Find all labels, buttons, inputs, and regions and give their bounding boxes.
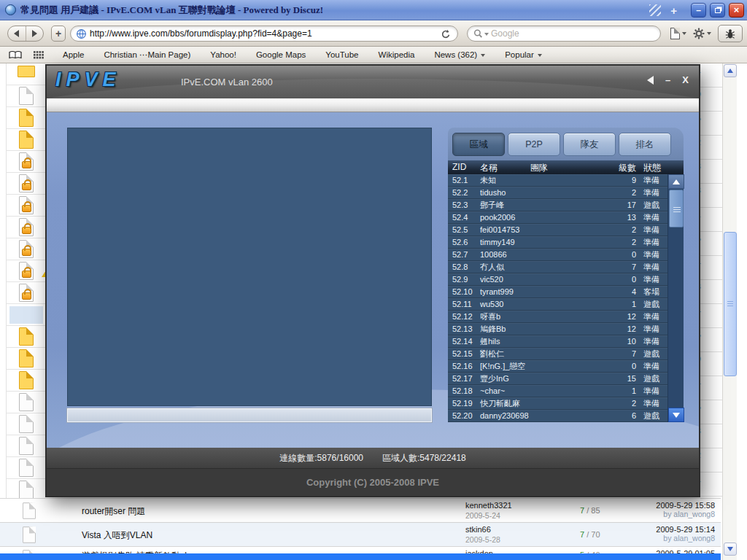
bookmark-dropdown-arrow-icon <box>538 54 542 59</box>
zone-row[interactable]: 52.1 未知 9 準備 <box>448 174 667 187</box>
bookmark-item[interactable]: Google Maps <box>256 50 306 59</box>
bookmark-item[interactable]: YouTube <box>325 50 358 59</box>
restore-button[interactable] <box>710 3 725 18</box>
zone-row[interactable]: 52.6 timmy149 2 準備 <box>448 236 667 249</box>
lastpost-author[interactable]: by alan_wong8 <box>656 534 715 542</box>
bookmark-label: Christian ⋯Main Page) <box>104 50 190 60</box>
search-bar[interactable] <box>467 26 661 42</box>
zone-row[interactable]: 52.14 翹hils 10 準備 <box>448 335 667 348</box>
zone-row[interactable]: 52.9 vic520 0 準備 <box>448 273 667 286</box>
zone-row[interactable]: 52.12 呀喜b 12 準備 <box>448 311 667 323</box>
vlan-back-icon[interactable] <box>647 76 654 85</box>
zone-scrollbar-thumb[interactable] <box>669 190 684 228</box>
restore-icon <box>715 8 721 13</box>
topic-icon <box>19 459 34 477</box>
zone-row[interactable]: 52.15 劉松仁 7 遊戲 <box>448 348 667 360</box>
zone-level: 15 <box>601 373 636 385</box>
reload-icon[interactable] <box>441 29 451 39</box>
vlan-tab[interactable]: 排名 <box>619 133 671 156</box>
zone-level: 0 <box>601 273 636 286</box>
bookmarks-book-icon[interactable] <box>9 50 22 60</box>
zone-row[interactable]: 52.2 tidusho 2 準備 <box>448 187 667 199</box>
forward-button[interactable] <box>26 26 44 41</box>
zone-player-name: [K!nG.]_戀空 <box>480 360 597 373</box>
resize-grip-icon <box>649 4 661 16</box>
globe-icon <box>76 28 87 39</box>
settings-menu-button[interactable] <box>693 28 711 39</box>
vlan-content: 區域 P2P 隊友 排名 ZID 名稱 團隊 級數 狀態 <box>47 112 699 448</box>
zone-scroll-down-button[interactable] <box>668 408 684 422</box>
map-horizontal-scrollbar[interactable] <box>67 408 432 422</box>
topsites-grid-icon[interactable] <box>34 51 44 59</box>
zone-row[interactable]: 52.18 ~char~ 1 準備 <box>448 385 667 397</box>
report-bug-button[interactable] <box>718 25 743 42</box>
zone-row[interactable]: 52.4 pook2006 13 準備 <box>448 211 667 224</box>
vlan-tab-label: P2P <box>525 139 543 149</box>
zone-player-name: 呀喜b <box>480 311 597 323</box>
scroll-down-button[interactable] <box>724 542 737 556</box>
arrow-down-icon <box>727 547 733 551</box>
bookmark-label: News (362) <box>434 50 477 59</box>
browser-toolbar: + <box>0 20 747 47</box>
vlan-status-bar: 連線數量:5876/16000 區域人數:5478/22418 <box>47 448 699 468</box>
zone-row[interactable]: 52.13 鳩鋒Bb 12 準備 <box>448 323 667 335</box>
replies-count: 7 <box>580 506 584 515</box>
zone-row[interactable]: 52.11 wu530 1 遊戲 <box>448 298 667 311</box>
scrollbar-thumb[interactable] <box>724 232 737 376</box>
vlan-titlebar[interactable]: IPVE IPvE.COM vLan 2600 <box>47 66 699 98</box>
bookmark-label: Wikipedia <box>379 50 415 59</box>
address-bar[interactable] <box>70 26 458 42</box>
thread-title[interactable]: Vista 入唔到VLAN <box>82 529 152 542</box>
close-button[interactable]: × <box>729 3 744 18</box>
bookmarks-bar: Apple Christian ⋯Main Page) Yahoo! Googl… <box>0 47 747 63</box>
zone-status: 客場 <box>643 286 659 298</box>
thread-title[interactable]: router開ser 問題 <box>82 505 145 518</box>
new-window-plus-icon[interactable]: + <box>670 4 677 17</box>
vlan-minimize-button[interactable]: – <box>665 75 670 85</box>
bookmark-item[interactable]: Wikipedia <box>379 50 415 59</box>
zone-row[interactable]: 52.7 100866 0 準備 <box>448 249 667 261</box>
vlan-tab[interactable]: 區域 <box>452 133 505 156</box>
topic-icon <box>19 109 34 127</box>
topic-page-icon <box>23 526 36 543</box>
bookmark-item[interactable]: News (362) <box>434 50 485 59</box>
zone-row[interactable]: 52.20 danny230698 6 遊戲 <box>448 410 667 422</box>
bookmark-item[interactable]: Popular <box>505 50 542 59</box>
zone-row[interactable]: 52.17 豐少InG 15 遊戲 <box>448 373 667 385</box>
zone-scroll-up-button[interactable] <box>668 174 684 189</box>
vlan-tab[interactable]: 隊友 <box>563 133 616 156</box>
minimize-button[interactable]: – <box>691 3 706 18</box>
zone-row[interactable]: 52.10 tyrant999 4 客場 <box>448 286 667 298</box>
zone-panel: 區域 P2P 隊友 排名 ZID 名稱 團隊 級數 狀態 <box>448 128 684 422</box>
zone-row[interactable]: 52.5 fei0014753 2 準備 <box>448 224 667 236</box>
topic-icon <box>19 262 34 280</box>
page-menu-button[interactable] <box>670 28 686 39</box>
topic-icon-cell <box>7 173 45 195</box>
lastpost-author[interactable]: by alan_wong8 <box>656 510 715 518</box>
search-input[interactable] <box>491 27 651 40</box>
back-button[interactable] <box>8 26 26 41</box>
zone-row[interactable]: 52.16 [K!nG.]_戀空 0 準備 <box>448 360 667 373</box>
zone-status: 準備 <box>643 335 659 348</box>
zone-row[interactable]: 52.3 鄧子峰 17 遊戲 <box>448 199 667 211</box>
forum-thread-row[interactable]: router開ser 問題 kenneth3321 2009-5-24 7 / … <box>0 498 721 522</box>
topic-icon <box>19 196 34 214</box>
bookmark-item[interactable]: Apple <box>63 50 84 59</box>
vlan-tab[interactable]: P2P <box>508 133 560 156</box>
forum-thread-row[interactable]: Vista 入唔到VLAN stkin66 2009-5-28 7 / 70 2… <box>0 522 721 546</box>
bookmark-item[interactable]: Yahoo! <box>210 50 236 59</box>
vlan-close-button[interactable]: X <box>682 75 689 85</box>
topic-icon-cell <box>7 392 45 413</box>
map-panel[interactable] <box>67 128 432 406</box>
add-bookmark-button[interactable]: + <box>51 26 66 42</box>
thread-author[interactable]: stkin66 <box>465 525 491 534</box>
screen: 常見問題 用戶建議 - IPvE.COM vLan 互聯對戰論壇 - Power… <box>0 0 747 560</box>
zone-zid: 52.9 <box>452 273 479 286</box>
zone-level: 9 <box>601 174 636 187</box>
url-input[interactable] <box>90 27 433 40</box>
zone-row[interactable]: 52.8 冇人似 7 準備 <box>448 261 667 273</box>
thread-author[interactable]: kenneth3321 <box>465 501 512 510</box>
zone-row[interactable]: 52.19 快刀斬亂麻 2 準備 <box>448 397 667 410</box>
scroll-up-button[interactable] <box>724 64 737 77</box>
bookmark-item[interactable]: Christian ⋯Main Page) <box>104 50 190 60</box>
